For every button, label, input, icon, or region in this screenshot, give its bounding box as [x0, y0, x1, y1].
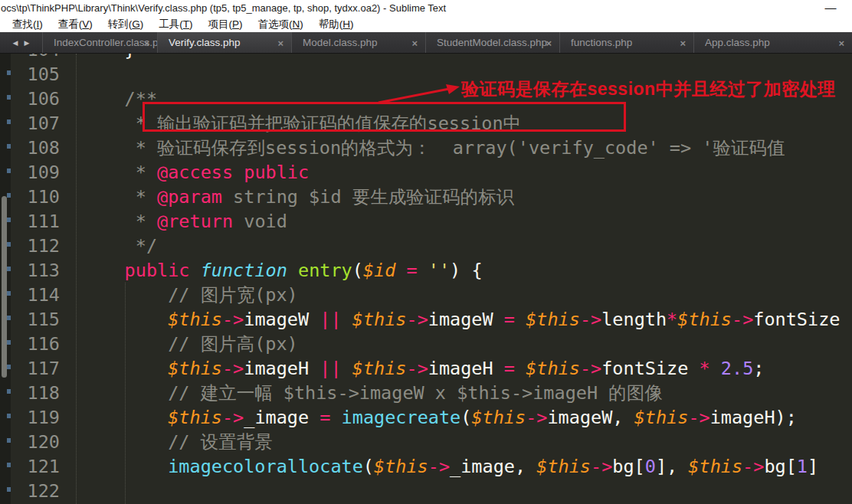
code-text: }	[60, 54, 136, 62]
tab-close-icon[interactable]: ×	[838, 38, 844, 47]
tab-close-icon[interactable]: ×	[277, 38, 283, 47]
code-line-111[interactable]: 111 * @return void	[0, 209, 852, 234]
code-line-118[interactable]: 118 // 建立一幅 $this->imageW x $this->image…	[0, 381, 852, 405]
menu-item-i[interactable]: 查找(I)	[5, 18, 51, 31]
annotation-text: 验证码是保存在session中并且经过了加密处理	[461, 77, 836, 101]
code-line-110[interactable]: 110 * @param string $id 要生成验证码的标识	[0, 185, 852, 209]
code-line-119[interactable]: 119 $this->_image = imagecreate($this->i…	[0, 405, 852, 430]
tab-close-icon[interactable]: ×	[143, 38, 149, 47]
tab-close-icon[interactable]: ×	[546, 38, 552, 47]
code-text: // 设置背景	[60, 430, 273, 454]
menu-item-h[interactable]: 帮助(H)	[311, 18, 362, 31]
code-text: // 图片宽(px)	[60, 283, 298, 307]
code-text: */	[60, 234, 157, 258]
code-line-112[interactable]: 112 */	[0, 234, 852, 258]
tab-verify-class-php[interactable]: Verify.class.php×	[157, 32, 291, 53]
code-text	[60, 479, 81, 503]
code-text: $this->_image = imagecreate($this->image…	[60, 405, 797, 430]
code-line-109[interactable]: 109 * @access public	[0, 160, 852, 185]
code-text: * 验证码保存到session的格式为： array('verify_code'…	[60, 136, 785, 160]
code-line-113[interactable]: 113 public function entry($id = '') {	[0, 258, 852, 283]
left-pane-edge	[0, 54, 11, 504]
tab-functions-php[interactable]: functions.php×	[559, 32, 693, 53]
tab-label: IndexController.class.php	[54, 37, 157, 48]
tab-indexcontroller-class-php[interactable]: IndexController.class.php×	[42, 32, 157, 53]
code-line-115[interactable]: 115 $this->imageW || $this->imageW = $th…	[0, 307, 852, 332]
code-line-116[interactable]: 116 // 图片高(px)	[0, 332, 852, 356]
code-text	[60, 62, 81, 87]
tab-close-icon[interactable]: ×	[411, 38, 418, 47]
title-bar: ocs\tp\ThinkPHP\Library\Think\Verify.cla…	[0, 0, 852, 17]
minimap-marks	[7, 54, 11, 504]
sublime-text-window: { "window": { "title": "ocs\\tp\\ThinkPH…	[0, 0, 852, 504]
scrollbar-thumb[interactable]	[2, 196, 7, 378]
code-line-117[interactable]: 117 $this->imageH || $this->imageH = $th…	[0, 356, 852, 381]
code-text: // 图片高(px)	[60, 332, 298, 356]
code-text: * @access public	[60, 160, 309, 185]
menu-item-p[interactable]: 项目(P)	[201, 18, 251, 31]
menu-bar: 查找(I)查看(V)转到(G)工具(T)项目(P)首选项(N)帮助(H)	[0, 17, 852, 32]
tab-label: StudentModel.class.php	[437, 37, 559, 48]
tab-close-icon[interactable]: ×	[680, 38, 686, 47]
tab-model-class-php[interactable]: Model.class.php×	[291, 32, 425, 53]
code-line-122[interactable]: 122	[0, 479, 852, 503]
tab-bar: ◀ ▶ IndexController.class.php×Verify.cla…	[0, 32, 852, 54]
tab-label: App.class.php	[705, 37, 790, 48]
tab-scroll-left-icon[interactable]: ◀	[13, 39, 18, 47]
tab-app-class-php[interactable]: App.class.php×	[693, 32, 852, 53]
annotation-arrow-icon	[374, 81, 463, 107]
tab-label: Verify.class.php	[169, 37, 261, 48]
tab-scroll-right-icon[interactable]: ▶	[25, 39, 30, 47]
tab-label: Model.class.php	[303, 37, 398, 48]
tab-label: functions.php	[571, 37, 652, 48]
menu-item-n[interactable]: 首选项(N)	[251, 18, 311, 31]
menu-item-g[interactable]: 转到(G)	[100, 18, 152, 31]
code-line-108[interactable]: 108 * 验证码保存到session的格式为： array('verify_c…	[0, 136, 852, 160]
code-text: // 建立一幅 $this->imageW x $this->imageH 的图…	[60, 381, 663, 405]
code-line-121[interactable]: 121 imagecolorallocate($this->_image, $t…	[0, 454, 852, 479]
minimize-button[interactable]: —	[815, 0, 846, 17]
code-text: public function entry($id = '') {	[60, 258, 483, 283]
code-line-104[interactable]: 104 }	[0, 54, 852, 62]
code-text: $this->imageW || $this->imageW = $this->…	[60, 307, 840, 332]
code-text: * @return void	[60, 209, 287, 234]
tab-studentmodel-class-php[interactable]: StudentModel.class.php×	[425, 32, 559, 53]
menu-item-v[interactable]: 查看(V)	[51, 18, 100, 31]
code-text: $this->imageH || $this->imageH = $this->…	[60, 356, 764, 381]
tab-nav: ◀ ▶	[0, 32, 42, 53]
code-text: * @param string $id 要生成验证码的标识	[60, 185, 514, 209]
window-title: ocs\tp\ThinkPHP\Library\Think\Verify.cla…	[1, 0, 446, 17]
code-text: imagecolorallocate($this->_image, $this-…	[60, 454, 818, 479]
code-line-114[interactable]: 114 // 图片宽(px)	[0, 283, 852, 307]
menu-item-t[interactable]: 工具(T)	[151, 18, 200, 31]
code-line-120[interactable]: 120 // 设置背景	[0, 430, 852, 454]
